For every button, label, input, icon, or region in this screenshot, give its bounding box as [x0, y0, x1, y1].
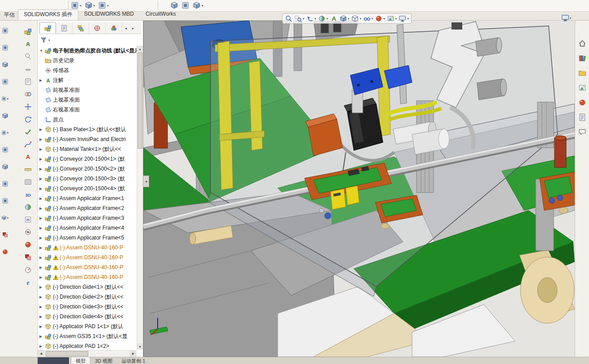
expand-arrow[interactable]: ▶ — [39, 137, 45, 141]
tree-item[interactable]: 原点 — [38, 115, 137, 124]
featuremanager-tab[interactable] — [39, 22, 56, 34]
section-view-icon[interactable]: ▾ — [318, 15, 328, 22]
tree-item[interactable]: ▶ (-) Applicator PAD 1<1> (默认 — [38, 321, 137, 331]
text-format-icon[interactable] — [21, 152, 34, 161]
tree-item[interactable]: ▶ (-) Base Plate<1> (默认<<默认 — [38, 124, 137, 134]
internet-explorer-icon[interactable] — [21, 278, 34, 287]
tree-item[interactable]: ▶ (-) Material Tank<1> (默认<< — [38, 144, 137, 154]
zoom-fit-icon[interactable] — [285, 15, 292, 22]
dropdown-caret[interactable]: ▾ — [7, 131, 9, 134]
tree-item[interactable]: 前视基准面 — [38, 85, 137, 95]
dropdown-caret[interactable]: ▾ — [94, 4, 95, 7]
note-icon[interactable] — [21, 77, 34, 86]
expand-arrow[interactable]: ▶ — [39, 216, 45, 220]
expand-arrow[interactable]: ▶ — [39, 266, 45, 270]
expand-arrow[interactable]: ▶ — [39, 275, 45, 279]
expand-arrow[interactable]: ▶ — [39, 295, 45, 299]
menu-tool-4-icon[interactable] — [170, 1, 178, 9]
tree-item[interactable]: ▶ (-) Assem Applicator Frame<2 — [38, 203, 137, 213]
dropdown-caret[interactable]: ▾ — [407, 17, 409, 20]
menu-tool-1-icon[interactable]: ▾ — [71, 1, 82, 9]
tree-item[interactable]: ▶ (-) Applicator PAD 1<2> — [38, 341, 137, 350]
previous-view-icon[interactable]: ▾ — [306, 15, 317, 22]
dropdown-caret[interactable]: ▾ — [202, 4, 203, 7]
measure-icon[interactable] — [21, 165, 34, 174]
edge-tool-9-icon[interactable] — [1, 163, 9, 170]
tree-item[interactable]: ▶ (-) Assem Applicator Frame<5 — [38, 233, 137, 243]
tree-item[interactable]: ▶ (-) Conveyor 200-1500<2> (默 — [38, 164, 137, 174]
expand-arrow[interactable]: ▶ — [39, 157, 45, 161]
dimxpertmanager-tab[interactable] — [89, 22, 106, 34]
tree-item[interactable]: ▶ (-) Assem Applicator Frame<3 — [38, 213, 137, 223]
apply-scene-icon[interactable]: ▾ — [387, 15, 397, 22]
edge-tool-8-icon[interactable] — [1, 146, 9, 153]
scroll-down-arrow[interactable]: ▼ — [137, 343, 143, 350]
scroll-thumb[interactable] — [46, 351, 88, 356]
expand-arrow[interactable]: ▶ — [39, 197, 45, 201]
tree-item[interactable]: ▶ (-) Assem GS35 1<1> (默认<显 — [38, 331, 137, 341]
ribbon-corner-tab[interactable]: 平估 — [1, 10, 18, 20]
dropdown-caret[interactable]: ▾ — [107, 4, 109, 7]
menu-tool-5-icon[interactable] — [181, 1, 189, 9]
edge-tool-5-icon[interactable]: ▾ — [1, 95, 9, 102]
filter-funnel-icon[interactable] — [40, 37, 47, 43]
dropdown-caret[interactable]: ▾ — [570, 17, 572, 20]
hole-wizard-icon[interactable] — [21, 215, 34, 224]
edge-tool-4-icon[interactable] — [1, 78, 9, 85]
move-component-icon[interactable] — [21, 102, 34, 111]
panel-tab-scroll-left[interactable]: ◂ — [122, 22, 129, 34]
dropdown-caret[interactable]: ▾ — [7, 216, 9, 219]
display-style-icon[interactable]: ▾ — [351, 15, 361, 22]
edge-tool-3-icon[interactable] — [1, 61, 9, 68]
tree-item[interactable]: ▶ 注解 — [38, 75, 137, 85]
expand-arrow[interactable]: ▶ — [39, 236, 45, 240]
view-palette-icon[interactable] — [577, 83, 587, 93]
expand-arrow[interactable]: ▶ — [39, 128, 45, 132]
tab-solidworks-mbd[interactable]: SOLIDWORKS MBD — [78, 9, 140, 20]
sensor-tool-icon[interactable] — [21, 227, 34, 236]
scroll-thumb[interactable] — [138, 52, 142, 149]
tree-item[interactable]: ▶ (-) Conveyor 200-1500<3> (默 — [38, 174, 137, 184]
expand-arrow[interactable]: ▶ — [39, 334, 45, 338]
mate-icon[interactable] — [21, 90, 34, 98]
configurationmanager-tab[interactable] — [73, 22, 89, 34]
exploded-view-icon[interactable] — [21, 27, 34, 36]
expand-arrow[interactable]: ▶ — [39, 246, 45, 250]
motion-study-tab[interactable]: 运动算例 1 — [117, 357, 150, 364]
model-tab[interactable]: 模型 — [71, 357, 90, 364]
rotate-component-icon[interactable] — [21, 115, 34, 124]
view-orientation-icon[interactable]: ▾ — [340, 15, 350, 22]
propertymanager-tab[interactable] — [56, 22, 73, 34]
edge-tool-7-icon[interactable]: ▾ — [1, 129, 9, 136]
expand-arrow[interactable]: ▼ — [39, 49, 45, 53]
edge-tool-11-icon[interactable] — [1, 197, 9, 204]
edge-tool-2-icon[interactable] — [1, 44, 9, 51]
dropdown-caret[interactable]: ▾ — [315, 17, 317, 20]
appearances-icon[interactable] — [577, 98, 587, 107]
tab-circuitworks[interactable]: CircuitWorks — [140, 9, 182, 20]
tree-item[interactable]: ▶ (-) Assem DSNU-40-160-P — [38, 262, 137, 272]
panel-collapse-arrow[interactable]: ◂ — [143, 176, 149, 187]
edge-tool-6-icon[interactable] — [1, 112, 9, 119]
tree-item[interactable]: ▶ (-) Assem Applicator Frame<1 — [38, 193, 137, 203]
expand-arrow[interactable]: ▶ — [39, 285, 45, 289]
edge-tool-1-icon[interactable] — [1, 27, 9, 34]
file-explorer-icon[interactable] — [577, 68, 587, 78]
tree-item[interactable]: ▶ (-) Assem Applicator Frame<4 — [38, 223, 137, 233]
tree-item[interactable]: ▶ (-) Assem InvisiPac and Electri — [38, 134, 137, 144]
expand-arrow[interactable]: ▶ — [39, 315, 45, 319]
dropdown-caret[interactable]: ▾ — [80, 4, 82, 7]
dropdown-caret[interactable]: ▾ — [360, 17, 361, 20]
dropdown-caret[interactable]: ▾ — [348, 17, 350, 20]
expand-arrow[interactable]: ▶ — [39, 177, 45, 181]
hide-show-items-icon[interactable]: ▾ — [363, 15, 374, 22]
edit-appearance-icon[interactable]: ▾ — [375, 15, 385, 22]
expand-arrow[interactable]: ▶ — [39, 78, 45, 82]
displaymanager-tab[interactable] — [106, 22, 122, 34]
tree-vertical-scrollbar[interactable]: ▲ ▼ — [137, 46, 143, 350]
panel-tab-scroll-right[interactable]: ▸ — [129, 22, 137, 34]
expand-arrow[interactable]: ▶ — [39, 226, 45, 230]
tree-item[interactable]: ▶ (-) Direction Gide<3> (默认<< — [38, 302, 137, 312]
dropdown-caret[interactable]: ▾ — [7, 97, 9, 100]
equation-check-icon[interactable] — [21, 127, 34, 136]
